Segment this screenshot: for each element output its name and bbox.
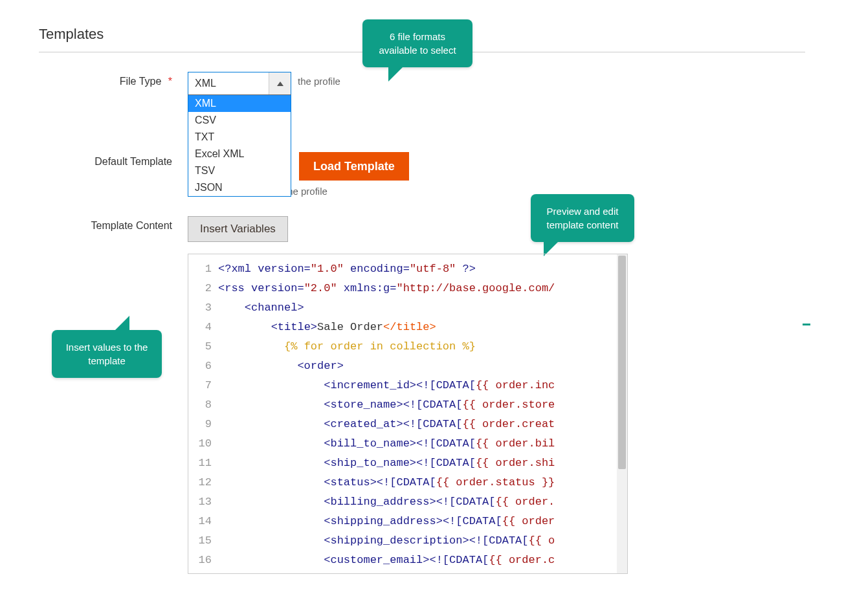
helper-file-type: the profile	[298, 76, 340, 87]
required-mark: *	[168, 76, 172, 87]
file-type-select[interactable]: XML	[188, 72, 291, 95]
row-file-type: File Type * XML XMLCSVTXTExcel XMLTSVJSO…	[39, 72, 805, 87]
templates-section: Templates 6 file formats available to se…	[39, 26, 805, 574]
label-default-template: Default Template	[39, 152, 188, 168]
row-default-template: Default Template Load Template the profi…	[39, 152, 805, 197]
file-type-option[interactable]: Excel XML	[188, 146, 291, 162]
editor-body[interactable]: <?xml version="1.0" encoding="utf-8" ?><…	[216, 254, 617, 573]
file-type-option[interactable]: TXT	[188, 129, 291, 146]
file-type-dropdown[interactable]: XMLCSVTXTExcel XMLTSVJSON	[188, 94, 291, 197]
chevron-up-icon[interactable]	[269, 72, 291, 94]
callout-text: 6 file formats available to select	[379, 31, 456, 56]
file-type-option[interactable]: JSON	[188, 179, 291, 196]
template-content-editor[interactable]: 12345678910111213141516 <?xml version="1…	[188, 254, 628, 574]
editor-scrollbar[interactable]	[617, 254, 627, 573]
insert-variables-button[interactable]: Insert Variables	[188, 216, 288, 242]
row-template-content: Template Content Insert Variables 123456…	[39, 216, 805, 574]
file-type-value: XML	[188, 72, 269, 94]
helper-default-template: the profile	[285, 186, 409, 197]
file-type-option[interactable]: XML	[188, 95, 291, 112]
load-template-button[interactable]: Load Template	[299, 152, 409, 181]
callout-file-formats: 6 file formats available to select	[362, 19, 472, 67]
label-file-type: File Type *	[39, 72, 188, 87]
label-template-content: Template Content	[39, 216, 188, 232]
file-type-option[interactable]: TSV	[188, 162, 291, 179]
file-type-option[interactable]: CSV	[188, 112, 291, 129]
editor-line-numbers: 12345678910111213141516	[188, 254, 216, 573]
